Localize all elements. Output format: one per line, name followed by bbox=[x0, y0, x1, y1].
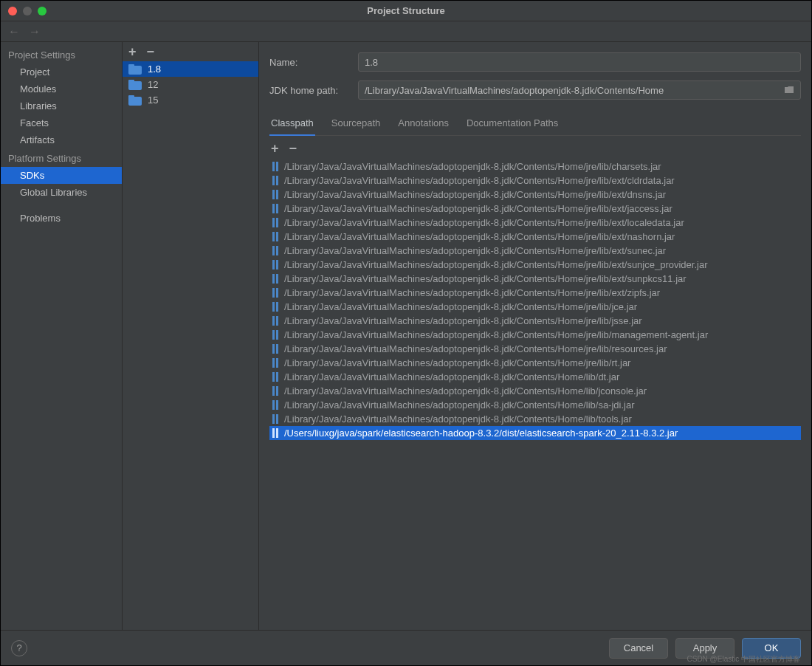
remove-sdk-button[interactable]: − bbox=[147, 45, 155, 58]
remove-classpath-button[interactable]: − bbox=[289, 142, 297, 155]
sidebar-item-facets[interactable]: Facets bbox=[1, 114, 122, 131]
dialog-footer: ? Cancel Apply OK CSDN @Elastic 中国社区官方博客 bbox=[1, 630, 811, 665]
classpath-row[interactable]: /Library/Java/JavaVirtualMachines/adopto… bbox=[269, 370, 801, 384]
jar-icon bbox=[272, 344, 280, 354]
classpath-row[interactable]: /Library/Java/JavaVirtualMachines/adopto… bbox=[269, 328, 801, 342]
classpath-row[interactable]: /Library/Java/JavaVirtualMachines/adopto… bbox=[269, 188, 801, 202]
sdk-item-label: 1.8 bbox=[148, 63, 161, 75]
section-platform-settings: Platform Settings bbox=[1, 148, 122, 167]
classpath-row[interactable]: /Users/liuxg/java/spark/elasticsearch-ha… bbox=[269, 426, 801, 440]
jar-icon bbox=[272, 372, 280, 382]
sdk-list[interactable]: 1.81215 bbox=[123, 61, 258, 630]
classpath-path: /Library/Java/JavaVirtualMachines/adopto… bbox=[284, 175, 675, 186]
titlebar: Project Structure bbox=[1, 1, 811, 21]
back-icon[interactable]: ← bbox=[8, 26, 20, 38]
folder-icon bbox=[128, 64, 142, 75]
body: Project Settings ProjectModulesLibraries… bbox=[1, 42, 811, 630]
classpath-row[interactable]: /Library/Java/JavaVirtualMachines/adopto… bbox=[269, 230, 801, 244]
jar-icon bbox=[272, 288, 280, 298]
classpath-path: /Library/Java/JavaVirtualMachines/adopto… bbox=[284, 231, 675, 242]
classpath-row[interactable]: /Library/Java/JavaVirtualMachines/adopto… bbox=[269, 244, 801, 258]
ok-button[interactable]: OK bbox=[742, 638, 801, 659]
sidebar-item-global-libraries[interactable]: Global Libraries bbox=[1, 184, 122, 201]
jar-icon bbox=[272, 414, 280, 424]
cancel-button[interactable]: Cancel bbox=[609, 638, 668, 659]
classpath-row[interactable]: /Library/Java/JavaVirtualMachines/adopto… bbox=[269, 384, 801, 398]
settings-sidebar: Project Settings ProjectModulesLibraries… bbox=[1, 42, 123, 630]
jdk-home-field[interactable]: /Library/Java/JavaVirtualMachines/adopto… bbox=[358, 80, 801, 100]
classpath-row[interactable]: /Library/Java/JavaVirtualMachines/adopto… bbox=[269, 356, 801, 370]
classpath-path: /Library/Java/JavaVirtualMachines/adopto… bbox=[284, 329, 708, 340]
project-structure-window: Project Structure ← → Project Settings P… bbox=[0, 0, 812, 666]
apply-button[interactable]: Apply bbox=[675, 638, 734, 659]
jar-icon bbox=[272, 232, 280, 241]
sidebar-item-artifacts[interactable]: Artifacts bbox=[1, 131, 122, 148]
classpath-path: /Library/Java/JavaVirtualMachines/adopto… bbox=[284, 287, 660, 298]
classpath-row[interactable]: /Library/Java/JavaVirtualMachines/adopto… bbox=[269, 286, 801, 300]
classpath-path: /Library/Java/JavaVirtualMachines/adopto… bbox=[284, 357, 630, 368]
sidebar-item-sdks[interactable]: SDKs bbox=[1, 167, 122, 184]
tab-classpath[interactable]: Classpath bbox=[269, 113, 315, 136]
classpath-row[interactable]: /Library/Java/JavaVirtualMachines/adopto… bbox=[269, 159, 801, 174]
jdk-home-label: JDK home path: bbox=[269, 85, 351, 96]
classpath-path: /Library/Java/JavaVirtualMachines/adopto… bbox=[284, 161, 661, 172]
classpath-row[interactable]: /Library/Java/JavaVirtualMachines/adopto… bbox=[269, 412, 801, 426]
classpath-path: /Library/Java/JavaVirtualMachines/adopto… bbox=[284, 189, 666, 200]
sdk-item-label: 15 bbox=[148, 95, 158, 106]
classpath-row[interactable]: /Library/Java/JavaVirtualMachines/adopto… bbox=[269, 342, 801, 356]
sdk-tabs: ClasspathSourcepathAnnotationsDocumentat… bbox=[269, 113, 801, 136]
classpath-path: /Library/Java/JavaVirtualMachines/adopto… bbox=[284, 273, 687, 284]
classpath-row[interactable]: /Library/Java/JavaVirtualMachines/adopto… bbox=[269, 300, 801, 314]
help-button[interactable]: ? bbox=[11, 640, 27, 656]
jar-icon bbox=[272, 162, 280, 171]
browse-icon[interactable] bbox=[784, 85, 794, 96]
jar-icon bbox=[272, 316, 280, 326]
add-classpath-button[interactable]: + bbox=[271, 142, 279, 155]
forward-icon[interactable]: → bbox=[29, 26, 41, 38]
sdk-item-label: 12 bbox=[148, 79, 158, 90]
jdk-home-value: /Library/Java/JavaVirtualMachines/adopto… bbox=[365, 85, 664, 96]
sdk-item[interactable]: 12 bbox=[123, 77, 258, 92]
sidebar-item-problems[interactable]: Problems bbox=[1, 210, 122, 227]
classpath-path: /Library/Java/JavaVirtualMachines/adopto… bbox=[284, 315, 642, 326]
tab-annotations[interactable]: Annotations bbox=[396, 113, 450, 135]
classpath-row[interactable]: /Library/Java/JavaVirtualMachines/adopto… bbox=[269, 272, 801, 286]
sdk-item[interactable]: 1.8 bbox=[123, 61, 258, 77]
jar-icon bbox=[272, 386, 280, 396]
jar-icon bbox=[272, 302, 280, 312]
classpath-list[interactable]: /Library/Java/JavaVirtualMachines/adopto… bbox=[269, 159, 801, 622]
jar-icon bbox=[272, 176, 280, 185]
classpath-path: /Library/Java/JavaVirtualMachines/adopto… bbox=[284, 343, 667, 354]
name-label: Name: bbox=[269, 57, 351, 68]
sidebar-item-project[interactable]: Project bbox=[1, 63, 122, 80]
section-project-settings: Project Settings bbox=[1, 45, 122, 63]
classpath-row[interactable]: /Library/Java/JavaVirtualMachines/adopto… bbox=[269, 174, 801, 188]
classpath-row[interactable]: /Library/Java/JavaVirtualMachines/adopto… bbox=[269, 202, 801, 216]
classpath-path: /Library/Java/JavaVirtualMachines/adopto… bbox=[284, 301, 637, 312]
sdk-detail-panel: Name: 1.8 JDK home path: /Library/Java/J… bbox=[259, 42, 811, 630]
classpath-path: /Library/Java/JavaVirtualMachines/adopto… bbox=[284, 203, 672, 214]
tab-documentation-paths[interactable]: Documentation Paths bbox=[465, 113, 560, 135]
sidebar-item-libraries[interactable]: Libraries bbox=[1, 97, 122, 114]
window-title: Project Structure bbox=[1, 5, 811, 16]
sidebar-item-modules[interactable]: Modules bbox=[1, 80, 122, 97]
add-sdk-button[interactable]: + bbox=[128, 45, 137, 58]
classpath-path: /Library/Java/JavaVirtualMachines/adopto… bbox=[284, 217, 684, 228]
jar-icon bbox=[272, 358, 280, 368]
name-value: 1.8 bbox=[365, 57, 378, 68]
classpath-row[interactable]: /Library/Java/JavaVirtualMachines/adopto… bbox=[269, 216, 801, 230]
classpath-row[interactable]: /Library/Java/JavaVirtualMachines/adopto… bbox=[269, 258, 801, 272]
jar-icon bbox=[272, 218, 280, 227]
sdk-item[interactable]: 15 bbox=[123, 92, 258, 108]
classpath-row[interactable]: /Library/Java/JavaVirtualMachines/adopto… bbox=[269, 398, 801, 412]
tab-sourcepath[interactable]: Sourcepath bbox=[330, 113, 382, 135]
classpath-row[interactable]: /Library/Java/JavaVirtualMachines/adopto… bbox=[269, 314, 801, 328]
classpath-path: /Library/Java/JavaVirtualMachines/adopto… bbox=[284, 385, 647, 396]
jar-icon bbox=[272, 428, 280, 438]
jar-icon bbox=[272, 330, 280, 340]
folder-icon bbox=[128, 80, 142, 90]
folder-icon bbox=[128, 95, 142, 106]
name-field[interactable]: 1.8 bbox=[358, 52, 801, 72]
classpath-path: /Library/Java/JavaVirtualMachines/adopto… bbox=[284, 399, 635, 411]
jar-icon bbox=[272, 190, 280, 199]
